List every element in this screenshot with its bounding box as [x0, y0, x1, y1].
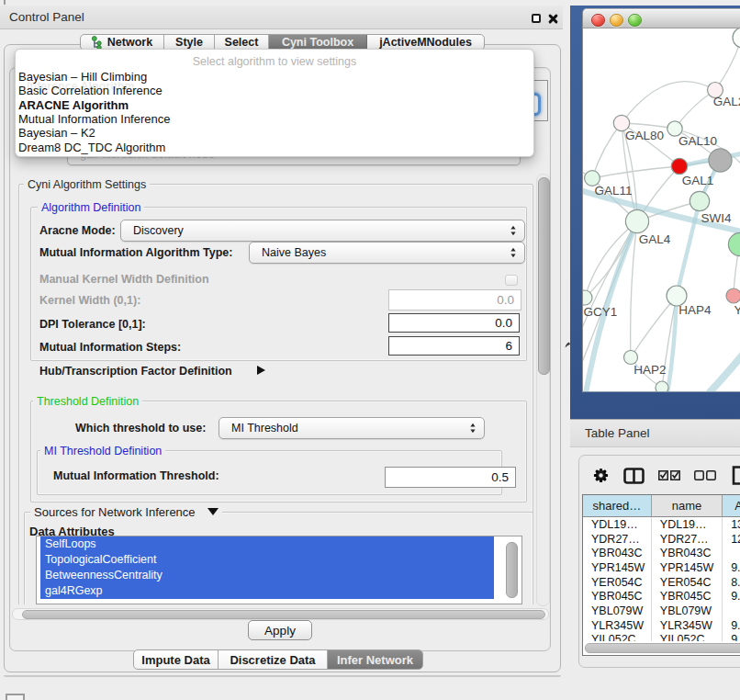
popup-item-aracne-algorithm[interactable]: ARACNE Algorithm [16, 98, 532, 112]
close-icon[interactable] [548, 14, 558, 24]
edge [675, 90, 715, 129]
cyni-bottom-tabs: Impute DataDiscretize DataInfer Network [133, 649, 423, 670]
mi-threshold-input[interactable]: 0.5 [385, 467, 516, 488]
attribute-item-betweennesscentrality[interactable]: BetweennessCentrality [40, 568, 494, 583]
table-cell: YDL19… [652, 517, 723, 532]
triangle-down-icon[interactable] [207, 508, 219, 515]
tab-label: Discretize Data [230, 653, 315, 667]
node-y[interactable] [726, 288, 740, 303]
table-cell: 12. [723, 532, 740, 547]
node-gal4[interactable] [625, 209, 648, 232]
tab-jactivemnodules[interactable]: jActiveMNodules [367, 35, 484, 50]
popup-item-mutual-information-inference[interactable]: Mutual Information Inference [16, 112, 532, 126]
node[interactable] [656, 381, 668, 392]
node-swi4[interactable] [690, 191, 709, 210]
table-row[interactable]: YER054CYER054C8. [583, 575, 740, 590]
node-gal1[interactable] [671, 158, 687, 174]
unchecked-boxes-icon[interactable] [694, 470, 716, 481]
checked-boxes-icon[interactable] [658, 470, 680, 481]
minimize-traffic-yellow[interactable] [610, 14, 623, 28]
sources-group-title: Sources for Network Inference [30, 506, 222, 519]
settings-horizontal-scrollbar[interactable] [22, 610, 545, 619]
status-grip[interactable] [6, 694, 25, 700]
table-cell: YLR345W [583, 618, 652, 633]
table-cell [723, 604, 740, 618]
dpi-tolerance-input[interactable]: 0.0 [388, 313, 520, 333]
table-cell: 9. [723, 589, 740, 604]
tab-select[interactable]: Select [215, 35, 269, 50]
table-row[interactable]: YDL19…YDL19…13. [583, 517, 740, 532]
node-label-gcy1: GCY1 [584, 305, 618, 319]
popup-placeholder: Select algorithm to view settings [16, 55, 533, 68]
float-icon[interactable] [532, 14, 542, 24]
edge [592, 123, 622, 178]
split-columns-icon[interactable] [623, 468, 645, 484]
zoom-traffic-green[interactable] [628, 14, 642, 28]
table-panel-title: Table Panel [585, 420, 650, 446]
table-row[interactable]: YBL079WYBL079W [583, 604, 740, 618]
node[interactable] [733, 28, 740, 48]
node-label-hap2: HAP2 [633, 363, 666, 377]
network-window-titlebar[interactable] [582, 8, 740, 28]
edge-highlighted [709, 355, 740, 392]
node-table[interactable]: shared…nameAv…YDL19…YDL19…13.YDR27…YDR27… [582, 494, 740, 656]
data-attributes-list[interactable]: SelfLoopsTopologicalCoefficientBetweenne… [36, 536, 522, 604]
table-row[interactable]: YDR27…YDR27…12. [583, 532, 740, 547]
combo-arrows-icon [510, 226, 516, 236]
tab-label: Network [107, 36, 152, 49]
table-cell: 13. [723, 517, 740, 532]
page-icon[interactable] [732, 466, 740, 485]
kernel-width-input[interactable]: 0.0 [388, 289, 521, 310]
which-threshold-label: Which threshold to use: [75, 422, 206, 435]
gear-icon[interactable] [593, 468, 609, 483]
tab-label: Style [175, 36, 203, 49]
aracne-mode-combo[interactable]: Discovery [120, 220, 525, 242]
dpi-tolerance-value: 0.0 [495, 316, 512, 330]
table-row[interactable]: YBR043CYBR043C [583, 546, 740, 560]
tab-label: Select [225, 36, 259, 49]
node-gcy1[interactable] [582, 290, 592, 305]
network-view[interactable]: GAL2GAL80GAL10GAL1GAL11GAL4SWI4GCY1HAP4Y… [582, 28, 740, 392]
combo-arrows-icon [470, 423, 476, 434]
tab-cyni-toolbox[interactable]: Cyni Toolbox [269, 35, 367, 50]
network-tree-icon [92, 36, 103, 49]
bottom-tab-infer-network[interactable]: Infer Network [328, 650, 422, 669]
table-row[interactable]: YLR345WYLR345W9. [583, 618, 740, 633]
table-horizontal-scrollbar[interactable] [585, 643, 740, 653]
table-row[interactable]: YPR145WYPR145W9. [583, 560, 740, 575]
manual-kernel-checkbox[interactable] [505, 275, 518, 286]
algorithm-definition-title: Algorithm Definition [38, 201, 144, 214]
triangle-right-icon[interactable] [257, 366, 265, 375]
list-vertical-scrollbar[interactable] [506, 542, 518, 598]
mi-steps-input[interactable]: 6 [388, 336, 520, 356]
mi-threshold-label: Mutual Information Threshold: [53, 469, 219, 482]
tab-style[interactable]: Style [164, 35, 215, 50]
which-threshold-combo[interactable]: MI Threshold [219, 417, 485, 439]
bottom-tab-discretize-data[interactable]: Discretize Data [219, 650, 328, 669]
node[interactable] [728, 232, 740, 255]
table-cell: YLR345W [652, 618, 723, 633]
mi-steps-value: 6 [505, 339, 512, 353]
bottom-tab-impute-data[interactable]: Impute Data [134, 650, 219, 669]
apply-button[interactable]: Apply [248, 620, 312, 640]
column-header-2[interactable]: name [652, 495, 723, 517]
table-cell: 9. [723, 618, 740, 633]
node-label-gal4: GAL4 [639, 232, 671, 246]
table-row[interactable]: YBR045CYBR045C9. [583, 589, 740, 604]
popup-item-dream8-dc-tdc-algorithm[interactable]: Dream8 DC_TDC Algorithm [16, 141, 532, 154]
column-header-3[interactable]: Av… [723, 495, 740, 517]
mi-algorithm-type-label: Mutual Information Algorithm Type: [39, 246, 232, 259]
attribute-item-gal4rgexp[interactable]: gal4RGexp [40, 583, 494, 599]
settings-vertical-scrollbar[interactable] [538, 177, 550, 375]
node[interactable] [709, 149, 732, 172]
tab-network[interactable]: Network [81, 35, 164, 50]
attribute-item-topologicalcoefficient[interactable]: TopologicalCoefficient [40, 552, 494, 568]
hub-definition-label[interactable]: Hub/Transcription Factor Definition [39, 365, 232, 378]
close-traffic-red[interactable] [591, 14, 605, 28]
popup-item-bayesian-k2[interactable]: Bayesian – K2 [16, 126, 532, 140]
mi-algorithm-type-combo[interactable]: Naive Bayes [249, 242, 525, 264]
table-cell: YBR043C [583, 546, 652, 560]
attribute-item-selfloops[interactable]: SelfLoops [40, 536, 494, 552]
tab-label: Infer Network [337, 653, 413, 667]
column-header-1[interactable]: shared… [583, 495, 652, 517]
